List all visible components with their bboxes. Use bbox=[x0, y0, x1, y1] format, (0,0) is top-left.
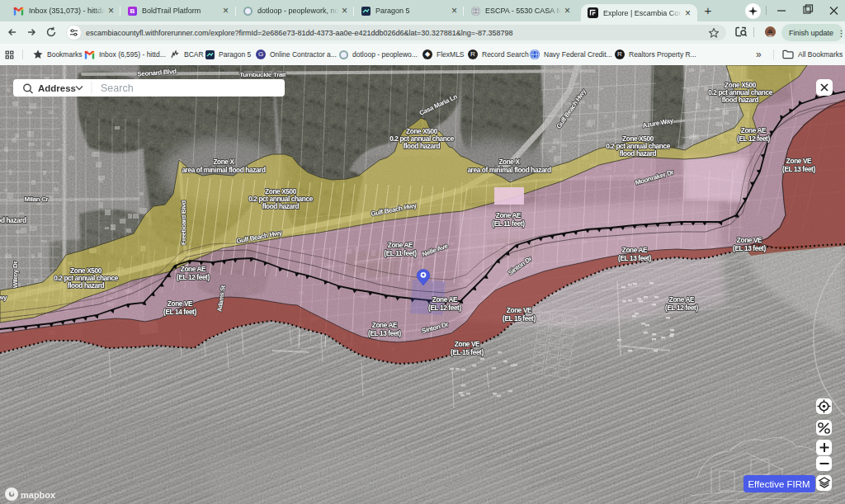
svg-text:Zone VE(EL 13 feet): Zone VE(EL 13 feet) bbox=[782, 158, 815, 172]
svg-text:Zone VE(EL 15 feet): Zone VE(EL 15 feet) bbox=[503, 307, 536, 322]
svg-text:Wilroy Dr: Wilroy Dr bbox=[12, 261, 19, 289]
svg-text:Address: Address bbox=[38, 83, 76, 93]
svg-text:Turnbuckle Trail: Turnbuckle Trail bbox=[239, 71, 286, 78]
svg-text:Zone AE(EL 12 feet): Zone AE(EL 12 feet) bbox=[177, 266, 210, 280]
svg-text:Zone VE(EL 15 feet): Zone VE(EL 15 feet) bbox=[451, 341, 484, 356]
svg-text:Milan Cr: Milan Cr bbox=[25, 195, 49, 203]
svg-text:Zone AE(EL 11 feet): Zone AE(EL 11 feet) bbox=[492, 212, 525, 227]
svg-text:Freeboard Blvd: Freeboard Blvd bbox=[180, 200, 187, 245]
svg-text:Zone AE(EL 12 feet): Zone AE(EL 12 feet) bbox=[428, 296, 461, 311]
svg-text:Zone VE(EL 13 feet): Zone VE(EL 13 feet) bbox=[733, 237, 766, 252]
svg-text:Zone AE(EL 13 feet): Zone AE(EL 13 feet) bbox=[618, 247, 651, 261]
svg-text:wy: wy bbox=[0, 294, 7, 301]
svg-text:Effective FIRM: Effective FIRM bbox=[748, 479, 810, 489]
svg-text:od hazard: od hazard bbox=[0, 217, 26, 224]
svg-text:Zone VE(EL 14 feet): Zone VE(EL 14 feet) bbox=[163, 300, 196, 315]
svg-text:Zone AE(EL 12 feet): Zone AE(EL 12 feet) bbox=[737, 127, 770, 142]
svg-text:Zone AE(EL 13 feet): Zone AE(EL 13 feet) bbox=[368, 322, 401, 337]
svg-text:Zone AE(EL 12 feet): Zone AE(EL 12 feet) bbox=[665, 296, 698, 311]
svg-text:mapbox: mapbox bbox=[21, 490, 56, 500]
svg-text:Zone AE(EL 11 feet): Zone AE(EL 11 feet) bbox=[384, 242, 417, 257]
svg-text:Search: Search bbox=[101, 82, 134, 94]
